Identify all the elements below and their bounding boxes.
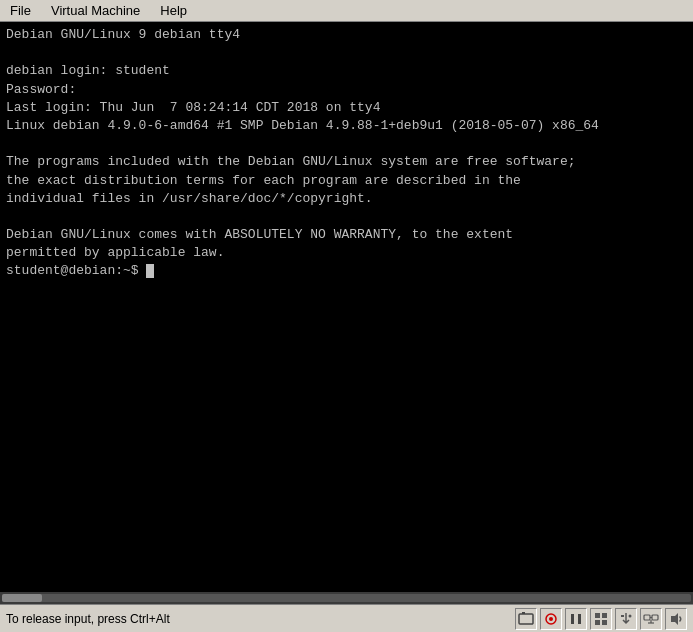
menu-help[interactable]: Help — [154, 1, 193, 20]
svg-rect-0 — [519, 614, 533, 624]
terminal-scrollbar[interactable] — [0, 592, 693, 604]
usb-icon[interactable] — [615, 608, 637, 630]
svg-rect-6 — [595, 613, 600, 618]
svg-rect-8 — [595, 620, 600, 625]
terminal-container[interactable]: Debian GNU/Linux 9 debian tty4 debian lo… — [0, 22, 693, 592]
svg-rect-7 — [602, 613, 607, 618]
terminal-cursor — [146, 264, 154, 278]
menu-virtual-machine[interactable]: Virtual Machine — [45, 1, 146, 20]
statusbar: To release input, press Ctrl+Alt — [0, 604, 693, 632]
status-icons — [515, 608, 687, 630]
svg-point-3 — [549, 617, 553, 621]
menu-file[interactable]: File — [4, 1, 37, 20]
network-icon[interactable] — [640, 608, 662, 630]
svg-rect-13 — [652, 615, 658, 620]
settings-icon[interactable] — [590, 608, 612, 630]
status-text: To release input, press Ctrl+Alt — [6, 612, 170, 626]
screenshot-icon[interactable] — [540, 608, 562, 630]
menubar: File Virtual Machine Help — [0, 0, 693, 22]
terminal-output: Debian GNU/Linux 9 debian tty4 debian lo… — [6, 26, 687, 281]
svg-rect-5 — [578, 614, 581, 624]
svg-rect-9 — [602, 620, 607, 625]
svg-point-11 — [629, 614, 632, 617]
svg-rect-1 — [522, 612, 525, 614]
pause-icon[interactable] — [565, 608, 587, 630]
svg-marker-17 — [671, 613, 678, 625]
svg-rect-12 — [644, 615, 650, 620]
svg-rect-4 — [571, 614, 574, 624]
capture-icon[interactable] — [515, 608, 537, 630]
svg-rect-10 — [621, 615, 624, 617]
scrollbar-track — [2, 594, 691, 602]
audio-icon[interactable] — [665, 608, 687, 630]
scrollbar-thumb[interactable] — [2, 594, 42, 602]
